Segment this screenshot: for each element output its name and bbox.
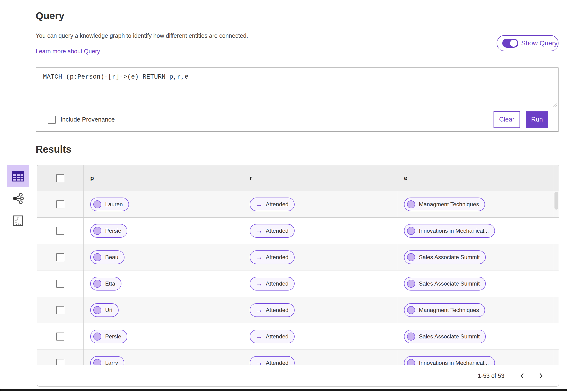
entity-pill[interactable]: Uri [90, 303, 119, 317]
table-row: Lauren → Attended Managment Techniques [37, 191, 559, 218]
query-page: Query You can query a knowledge graph to… [0, 0, 567, 392]
column-header-p: p [84, 165, 243, 191]
entity-pill[interactable]: Persie [90, 224, 127, 238]
cell-r: → Attended [243, 218, 397, 244]
relation-label: Attended [266, 280, 288, 287]
run-button[interactable]: Run [526, 112, 548, 128]
row-checkbox[interactable] [56, 306, 64, 314]
row-checkbox[interactable] [56, 253, 64, 261]
cell-p: Beau [84, 244, 243, 270]
relation-pill[interactable]: → Attended [250, 277, 295, 291]
relation-label: Attended [266, 227, 288, 234]
relation-pill[interactable]: → Attended [250, 330, 295, 343]
entity-pill[interactable]: Beau [90, 250, 124, 264]
relation-pill[interactable]: → Attended [250, 250, 295, 264]
relation-label: Attended [266, 333, 288, 340]
map-view-button[interactable] [7, 210, 29, 232]
entity-pill[interactable]: Innovations in Mechanical... [404, 356, 495, 365]
arrow-right-icon: → [256, 280, 262, 287]
entity-pill[interactable]: Larry [90, 356, 124, 365]
next-page-button[interactable] [534, 369, 548, 383]
table-icon [12, 171, 24, 182]
cell-r: → Attended [243, 350, 397, 365]
toggle-switch-icon[interactable] [502, 39, 518, 48]
include-provenance-checkbox[interactable] [48, 116, 56, 124]
entity-pill[interactable]: Sales Associate Summit [404, 330, 486, 343]
cell-r: → Attended [243, 270, 397, 297]
node-circle-icon [93, 200, 101, 208]
table-view-button[interactable] [7, 165, 29, 187]
node-circle-icon [407, 306, 415, 314]
node-circle-icon [93, 359, 101, 365]
cell-r: → Attended [243, 244, 397, 270]
row-checkbox-cell [37, 297, 84, 323]
node-circle-icon [407, 200, 415, 208]
graph-view-button[interactable] [7, 187, 29, 210]
row-checkbox[interactable] [56, 359, 64, 365]
cell-e: Managment Techniques [397, 191, 559, 217]
row-checkbox[interactable] [56, 227, 64, 235]
view-switcher [7, 165, 29, 232]
table-row: Etta → Attended Sales Associate Summit [37, 270, 559, 297]
entity-label: Managment Techniques [419, 307, 479, 313]
relation-label: Attended [266, 307, 288, 313]
learn-more-link[interactable]: Learn more about Query [36, 48, 100, 55]
row-checkbox-cell [37, 244, 84, 270]
row-checkbox[interactable] [56, 280, 64, 288]
cell-e: Sales Associate Summit [397, 323, 559, 350]
entity-pill[interactable]: Etta [90, 277, 121, 291]
row-checkbox[interactable] [56, 200, 64, 208]
entity-pill[interactable]: Managment Techniques [404, 303, 485, 317]
entity-pill[interactable]: Persie [90, 330, 127, 343]
node-circle-icon [93, 280, 101, 288]
scrollbar-thumb[interactable] [554, 192, 558, 210]
table-row: Beau → Attended Sales Associate Summit [37, 244, 559, 270]
relation-pill[interactable]: → Attended [250, 303, 295, 317]
previous-page-button[interactable] [515, 369, 529, 383]
entity-pill[interactable]: Lauren [90, 197, 129, 211]
entity-label: Innovations in Mechanical... [419, 360, 489, 365]
arrow-right-icon: → [256, 360, 262, 365]
entity-pill[interactable]: Innovations in Mechanical... [404, 224, 495, 238]
entity-label: Persie [105, 227, 121, 234]
chevron-right-icon [538, 373, 544, 379]
clear-button[interactable]: Clear [493, 112, 520, 128]
map-route-icon [12, 215, 24, 226]
cell-e: Innovations in Mechanical... [397, 350, 559, 365]
relation-label: Attended [266, 360, 288, 365]
header-checkbox-cell [37, 165, 84, 191]
toggle-knob [510, 40, 517, 47]
entity-label: Sales Associate Summit [419, 280, 479, 287]
entity-pill[interactable]: Managment Techniques [404, 197, 485, 211]
resize-grip-icon[interactable] [551, 101, 557, 107]
network-icon [12, 192, 24, 205]
relation-pill[interactable]: → Attended [250, 356, 295, 365]
column-header-e: e [397, 165, 559, 191]
relation-label: Attended [266, 201, 288, 208]
cell-r: → Attended [243, 191, 397, 217]
node-circle-icon [407, 280, 415, 288]
relation-pill[interactable]: → Attended [250, 197, 295, 211]
entity-pill[interactable]: Sales Associate Summit [404, 250, 486, 264]
page-description: You can query a knowledge graph to ident… [36, 32, 248, 39]
entity-label: Larry [105, 360, 118, 365]
entity-pill[interactable]: Sales Associate Summit [404, 277, 486, 291]
select-all-checkbox[interactable] [56, 174, 64, 182]
pagination-range-label: 1-53 of 53 [478, 372, 504, 379]
row-checkbox[interactable] [56, 333, 64, 341]
cell-p: Persie [84, 218, 243, 244]
node-circle-icon [93, 253, 101, 261]
entity-label: Managment Techniques [419, 201, 479, 208]
relation-pill[interactable]: → Attended [250, 224, 295, 238]
row-checkbox-cell [37, 323, 84, 350]
node-circle-icon [407, 359, 415, 365]
results-table: p r e Lauren → Attended Managment Techni [37, 165, 559, 365]
query-input[interactable]: MATCH (p:Person)-[r]->(e) RETURN p,r,e [36, 68, 558, 107]
cell-r: → Attended [243, 323, 397, 350]
show-query-toggle[interactable]: Show Query [497, 35, 558, 51]
row-checkbox-cell [37, 191, 84, 217]
include-provenance-label: Include Provenance [60, 116, 115, 123]
node-circle-icon [407, 227, 415, 235]
entity-label: Beau [105, 254, 118, 261]
entity-label: Lauren [105, 201, 123, 208]
